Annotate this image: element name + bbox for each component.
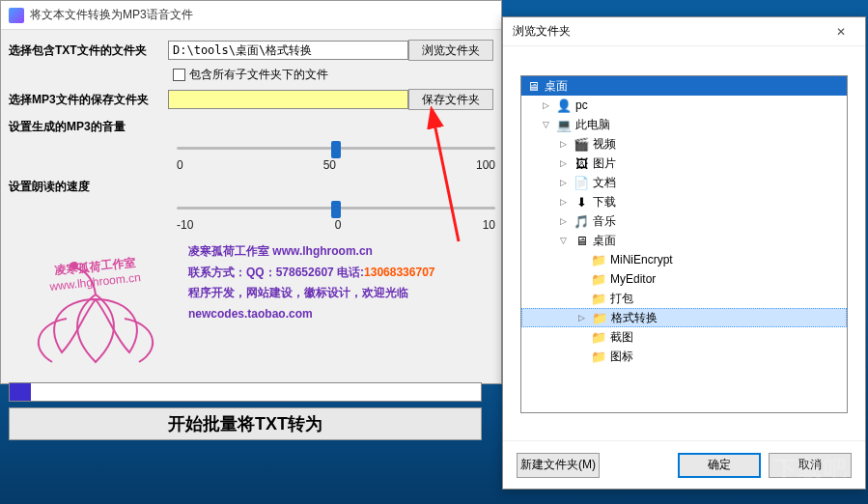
tree-item-label: 打包 bbox=[610, 291, 633, 307]
user-icon: 👤 bbox=[556, 98, 572, 113]
tree-item[interactable]: ▷🎵音乐 bbox=[521, 211, 847, 231]
tree-item[interactable]: ▷🎬视频 bbox=[521, 134, 847, 154]
volume-scale: 0 50 100 bbox=[177, 158, 495, 172]
expand-icon[interactable]: ▷ bbox=[543, 100, 552, 110]
watermark: 下载吧 bbox=[773, 454, 849, 485]
include-subfolders-row: 包含所有子文件夹下的文件 bbox=[173, 67, 493, 83]
tree-item[interactable]: 📁打包 bbox=[521, 289, 847, 308]
tree-item[interactable]: ▷🖼图片 bbox=[521, 154, 847, 173]
window-title: 将文本文件转换为MP3语音文件 bbox=[30, 7, 193, 23]
tree-item[interactable]: ▷📄文档 bbox=[521, 173, 847, 192]
expand-icon[interactable]: ▷ bbox=[560, 139, 570, 149]
expand-icon[interactable]: ▷ bbox=[560, 158, 570, 168]
mp3-folder-row: 选择MP3文件的保存文件夹 保存文件夹 bbox=[9, 89, 493, 110]
expand-icon[interactable]: ▽ bbox=[560, 236, 570, 245]
pc-icon: 💻 bbox=[556, 117, 572, 132]
titlebar: 将文本文件转换为MP3语音文件 bbox=[1, 1, 501, 30]
speed-slider[interactable] bbox=[177, 199, 495, 218]
speed-max: 10 bbox=[483, 218, 495, 232]
doc-icon: 📄 bbox=[574, 175, 589, 190]
folder-icon: 📁 bbox=[591, 252, 606, 267]
expand-icon[interactable]: ▽ bbox=[543, 120, 552, 129]
volume-label: 设置生成的MP3的音量 bbox=[9, 119, 168, 135]
tree-item-label: MiNiEncrypt bbox=[610, 253, 673, 266]
tree-item-label: 视频 bbox=[593, 136, 616, 153]
expand-icon[interactable]: ▷ bbox=[560, 178, 570, 187]
desk-icon: 🖥 bbox=[574, 233, 589, 248]
speed-scale: -10 0 10 bbox=[177, 218, 495, 232]
include-subfolders-label: 包含所有子文件夹下的文件 bbox=[189, 67, 328, 83]
main-body: 选择包含TXT文件的文件夹 浏览文件夹 包含所有子文件夹下的文件 选择MP3文件… bbox=[1, 30, 501, 450]
tree-root-label: 桌面 bbox=[545, 78, 568, 95]
tree-item[interactable]: ▷⬇下载 bbox=[521, 192, 847, 211]
volume-min: 0 bbox=[177, 158, 183, 172]
tree-item-label: 音乐 bbox=[593, 213, 616, 230]
browse-folder-button[interactable]: 浏览文件夹 bbox=[408, 40, 493, 61]
mp3-folder-input[interactable] bbox=[168, 90, 408, 109]
volume-slider[interactable] bbox=[177, 139, 495, 158]
folder-icon: 📁 bbox=[591, 329, 606, 345]
tree-item-label: 图标 bbox=[610, 349, 633, 365]
pic-icon: 🖼 bbox=[574, 155, 589, 171]
folder-icon: 📁 bbox=[591, 271, 606, 287]
tree-item[interactable]: 📁MiNiEncrypt bbox=[521, 250, 847, 269]
tree-item-label: 下载 bbox=[593, 194, 616, 210]
video-icon: 🎬 bbox=[574, 136, 589, 152]
info-block: 凌寒孤荷工作室 www.lhghroom.cn 凌寒孤荷工作室 www.lhgh… bbox=[9, 241, 493, 377]
folder-icon: 📁 bbox=[591, 349, 606, 364]
main-app-window: 将文本文件转换为MP3语音文件 选择包含TXT文件的文件夹 浏览文件夹 包含所有… bbox=[0, 0, 502, 384]
save-folder-button[interactable]: 保存文件夹 bbox=[408, 89, 493, 110]
close-icon: ✕ bbox=[836, 25, 846, 39]
speed-row: 设置朗读的速度 bbox=[9, 176, 493, 197]
info-line4: newcodes.taobao.com bbox=[188, 304, 434, 325]
music-icon: 🎵 bbox=[574, 213, 589, 229]
start-convert-button[interactable]: 开始批量将TXT转为 bbox=[9, 407, 482, 440]
expand-icon[interactable]: ▷ bbox=[560, 197, 570, 207]
close-button[interactable]: ✕ bbox=[826, 21, 855, 42]
tree-item[interactable]: ▽💻此电脑 bbox=[521, 115, 847, 134]
mp3-folder-label: 选择MP3文件的保存文件夹 bbox=[9, 92, 168, 108]
tree-item[interactable]: ▷👤pc bbox=[521, 96, 847, 115]
info-line1b: www.lhghroom.cn bbox=[272, 244, 373, 258]
tree-item-label: 图片 bbox=[593, 155, 616, 172]
app-icon bbox=[9, 8, 24, 23]
progress-bar bbox=[9, 382, 482, 402]
ok-button[interactable]: 确定 bbox=[678, 453, 761, 478]
txt-folder-row: 选择包含TXT文件的文件夹 浏览文件夹 bbox=[9, 40, 493, 61]
down-icon: ⬇ bbox=[574, 194, 589, 210]
tree-item[interactable]: 📁MyEditor bbox=[521, 269, 847, 289]
desktop-icon: 🖥 bbox=[525, 78, 541, 94]
speed-min: -10 bbox=[177, 218, 193, 232]
tree-root[interactable]: 🖥 桌面 bbox=[521, 76, 847, 96]
volume-thumb[interactable] bbox=[331, 141, 341, 158]
expand-icon[interactable]: ▷ bbox=[560, 216, 570, 226]
volume-row: 设置生成的MP3的音量 bbox=[9, 116, 493, 137]
tree-item[interactable]: ▽🖥桌面 bbox=[521, 231, 847, 250]
tree-item-label: 格式转换 bbox=[611, 310, 658, 326]
speed-label: 设置朗读的速度 bbox=[9, 179, 168, 195]
dialog-titlebar: 浏览文件夹 ✕ bbox=[503, 17, 865, 46]
folder-tree[interactable]: 🖥 桌面 ▷👤pc▽💻此电脑▷🎬视频▷🖼图片▷📄文档▷⬇下载▷🎵音乐▽🖥桌面📁M… bbox=[520, 75, 848, 413]
svg-point-2 bbox=[71, 263, 77, 268]
dialog-title: 浏览文件夹 bbox=[513, 23, 571, 40]
tree-item-label: 截图 bbox=[610, 329, 633, 346]
tree-item-label: 文档 bbox=[593, 175, 616, 191]
info-line2a: 联系方式：QQ：578652607 电话: bbox=[188, 266, 364, 279]
tree-item-label: 桌面 bbox=[593, 233, 616, 249]
speed-mid: 0 bbox=[335, 218, 342, 232]
tree-item[interactable]: ▷📁格式转换 bbox=[521, 308, 847, 327]
new-folder-button[interactable]: 新建文件夹(M) bbox=[517, 453, 600, 478]
tree-item[interactable]: 📁图标 bbox=[521, 347, 847, 366]
expand-icon[interactable]: ▷ bbox=[578, 313, 588, 322]
include-subfolders-checkbox[interactable] bbox=[173, 69, 185, 81]
tree-item-label: MyEditor bbox=[610, 272, 656, 286]
folder-icon: 📁 bbox=[591, 291, 606, 306]
tree-item[interactable]: 📁截图 bbox=[521, 327, 847, 347]
browse-folder-dialog: 浏览文件夹 ✕ 🖥 桌面 ▷👤pc▽💻此电脑▷🎬视频▷🖼图片▷📄文档▷⬇下载▷🎵… bbox=[502, 16, 866, 490]
info-line1a: 凌寒孤荷工作室 bbox=[188, 244, 272, 258]
info-line3: 程序开发，网站建设，徽标设计，欢迎光临 bbox=[188, 283, 434, 304]
info-text: 凌寒孤荷工作室 www.lhghroom.cn 联系方式：QQ：57865260… bbox=[188, 241, 434, 377]
txt-folder-input[interactable] bbox=[168, 41, 408, 60]
volume-mid: 50 bbox=[323, 158, 336, 172]
speed-thumb[interactable] bbox=[331, 201, 341, 218]
